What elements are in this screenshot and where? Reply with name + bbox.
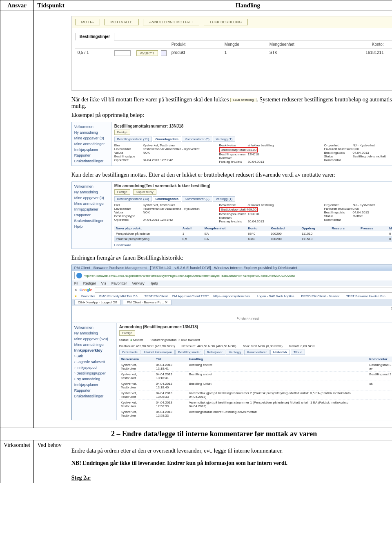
sidebar-item[interactable]: Ny anmodning (74, 130, 110, 135)
tab-bestillingslinjer[interactable]: Bestillingslinjer (75, 33, 114, 40)
sidebar-item[interactable]: Velkommen (74, 184, 110, 189)
avbryt-button[interactable]: AVBRYT (136, 50, 158, 56)
cell-produkt: produkt (172, 50, 225, 57)
menu-rediger[interactable]: Rediger (83, 281, 96, 285)
fav-link[interactable]: TEST PM Client (145, 294, 168, 298)
fav-link[interactable]: TEST Basware Invoice Pro... (346, 294, 388, 298)
sidebar-subitem[interactable]: › Lagrede søkesett (74, 359, 115, 365)
sidebar-item[interactable]: Ny anmodning (74, 330, 115, 336)
back-icon[interactable] (76, 273, 82, 278)
tab-grunnlagsdata[interactable]: Grunnlagsdata (153, 137, 181, 142)
sidebar-item[interactable]: Rapporter (74, 388, 115, 393)
cell-tidspunkt: Ved behov (34, 440, 68, 483)
menu-vis[interactable]: Vis (101, 281, 106, 285)
fav-link[interactable]: PROD PM Client - Baswar... (301, 294, 342, 298)
tab-vedlegg[interactable]: Vedlegg (1) (213, 137, 235, 142)
sidebar-item[interactable]: Innkjøpsplaner (74, 206, 110, 212)
sidebar-item[interactable]: Innkjøpsplaner (74, 382, 115, 388)
paragraph-historikk: Endringen fremgår av fanen Bestillingshi… (71, 255, 392, 261)
sidebar-item[interactable]: Innkjøpsplaner (74, 147, 110, 153)
screenshot-ie-historikk: PM Client - Basware Purchase Management … (71, 265, 392, 420)
sidebar-item[interactable]: Mine oppgaver (520) (74, 336, 115, 342)
sidebar-subitem[interactable]: › Søk (74, 353, 115, 359)
sidebar-item[interactable]: Mine oppgaver (0) (74, 135, 110, 141)
forrige-button[interactable]: Forrige (119, 330, 135, 336)
qty-input[interactable] (114, 50, 131, 56)
browser-menu: Fil Rediger Vis Favoritter Verktøy Hjelp (72, 280, 392, 286)
tab-kommentarer[interactable]: Kommentarer (244, 350, 270, 355)
sidebar: Velkommen Ny anmodning Mine oppgaver (52… (72, 323, 117, 420)
tab-kommentarer[interactable]: Kommentarer (0) (182, 196, 212, 202)
google-search-input[interactable] (95, 287, 392, 293)
sidebar-item[interactable]: Velkommen (74, 124, 110, 130)
tab-kommentarer[interactable]: Kommentarer (0) (182, 137, 212, 142)
table-row: Praktisk prosjektstyring0,5EA68401002001… (114, 236, 392, 242)
sidebar-item[interactable]: Hjelp (74, 224, 110, 229)
sidebar-item[interactable]: Innkjøpsverktøy (74, 348, 115, 353)
tab-relasjoner[interactable]: Relasjoner (204, 350, 225, 355)
favorites-icon[interactable]: ★ (74, 294, 77, 298)
panel-title: Bestillingsmottaksnummer: 13NJ18 (114, 124, 392, 128)
sidebar-item[interactable]: Rapporter (74, 212, 110, 218)
cell-enhet: STK (270, 50, 343, 57)
lukk-bestilling-button[interactable]: LUKK BESTILLING (204, 19, 248, 25)
sidebar-item[interactable]: Velkommen (74, 325, 115, 330)
col-produkt: Produkt (172, 42, 225, 47)
fav-link[interactable]: CM Approval Client TEST (172, 294, 209, 298)
motta-button[interactable]: MOTTA (75, 19, 100, 25)
col-konto: Konto: (343, 42, 384, 47)
col-header-tidspunkt: Tidspunkt (34, 0, 68, 11)
tab-vedlegg[interactable]: Vedlegg (1) (213, 196, 235, 202)
sidebar-item[interactable]: Mine anmodninger (74, 342, 115, 348)
col-header-ansvar: Ansvar (0, 0, 34, 11)
fav-link[interactable]: BMC Remedy Mid Tier 7.6... (99, 294, 140, 298)
menu-fil[interactable]: Fil (74, 281, 78, 285)
table-row: Kystverket, Testbruker04.04.2013 12:56:3… (119, 400, 392, 409)
brutto-highlight: Bruttobeløp totalt 469,50 (219, 207, 258, 212)
sidebar-item[interactable]: Mine anmodninger (74, 201, 110, 206)
fav-link[interactable]: Logon - SAP Web Applica... (257, 294, 297, 298)
favorites-label[interactable]: Favoritter (81, 294, 95, 298)
sidebar-subitem[interactable]: › Bestillingsgrupper (74, 370, 115, 376)
sidebar-item[interactable]: Rapporter (74, 153, 110, 158)
tab-utvidet[interactable]: Utvidet informasjon (141, 350, 174, 355)
tab-historikk[interactable]: Historikk (270, 350, 290, 355)
user-context: 5.568 - Karlstad, Iren NJ - Kystverket (72, 306, 392, 315)
sidebar-item[interactable]: Ny anmodning (74, 189, 110, 195)
motta-alle-button[interactable]: MOTTA ALLE (104, 19, 138, 25)
sidebar-item[interactable]: Brukerinnstillinger (74, 393, 115, 399)
kopier-button[interactable]: Kopier til Ny (133, 189, 156, 195)
browser-tab[interactable]: Citrix XenApp - Logged Off (74, 300, 120, 305)
sidebar-item[interactable]: Brukerinnstillinger (74, 218, 110, 224)
browser-tab[interactable]: PM Client - Basware Pu... ✕ (123, 300, 172, 305)
sidebar-item[interactable]: Mine oppgaver (0) (74, 195, 110, 201)
lookup-icon[interactable] (161, 50, 167, 56)
tab-historie[interactable]: Bestillingshistorie (11) (114, 137, 152, 142)
tab-vedlegg[interactable]: Vedlegg (226, 350, 243, 355)
menu-hjelp[interactable]: Hjelp (149, 281, 158, 285)
fav-link[interactable]: https--supportsystem.bas... (213, 294, 252, 298)
document-table: Ansvar Tidspunkt Handling MOTTA MOTTA AL… (0, 0, 392, 483)
forrige-button[interactable]: Forrige (114, 130, 130, 135)
google-toolbar-label: Google (80, 288, 92, 292)
sidebar-item[interactable]: Brukerinnstillinger (74, 158, 110, 164)
sidebar-subitem[interactable]: › Innkjøpspool (74, 365, 115, 370)
address-bar[interactable]: http://eh-basweb-cm01.dfso.no/pmclient/W… (74, 272, 392, 279)
qty-cell: 0,5 / 1 (78, 50, 114, 57)
professional-banner: Professional (72, 315, 392, 323)
tab-bestrader[interactable]: Bestillingsrader (175, 350, 203, 355)
menu-favoritter[interactable]: Favoritter (111, 281, 127, 285)
tab-historie[interactable]: Bestillingshistorie (14) (114, 196, 152, 202)
handlekarv-link[interactable]: Handlekarv (114, 243, 131, 247)
sidebar-item[interactable]: Mine anmodninger (74, 141, 110, 147)
menu-verktoy[interactable]: Verktøy (132, 281, 145, 285)
forrige-button[interactable]: Forrige (114, 189, 130, 195)
tab-ordrehode[interactable]: Ordrehode (119, 350, 140, 355)
tab-grunnlagsdata[interactable]: Grunnlagsdata (153, 196, 181, 202)
annullering-mottatt-button[interactable]: ANNULLERING MOTTATT (143, 19, 199, 25)
sidebar: Velkommen Ny anmodning Mine oppgaver (0)… (72, 122, 112, 166)
lukk-bestilling-inline-button[interactable]: Lukk bestilling (230, 98, 256, 102)
sidebar-subitem[interactable]: › Ny anmodning (74, 376, 115, 382)
paragraph-nb: NB! Endringen går ikke til leverandør. E… (71, 460, 392, 467)
tab-tilbud[interactable]: Tilbud (291, 350, 305, 355)
